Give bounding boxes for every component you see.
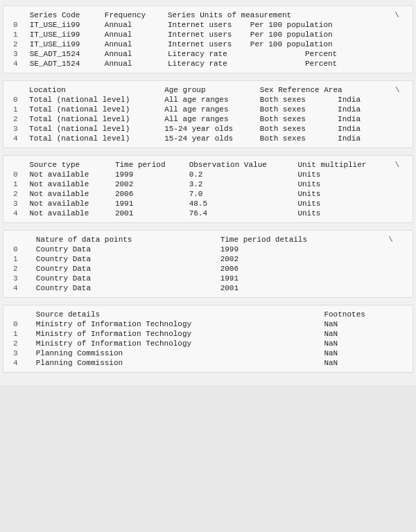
row-index: 1: [9, 30, 26, 39]
table-row: 0 Country Data 1999: [9, 245, 407, 254]
col-backslash-1: \: [390, 10, 407, 20]
backslash: [390, 179, 407, 189]
main-container: Series Code Frequency Series Units of me…: [0, 0, 416, 385]
row-index: 1: [9, 179, 25, 189]
age-group: All age ranges: [160, 105, 256, 114]
frequency: Annual: [101, 39, 164, 49]
backslash: [384, 254, 407, 264]
unit-multiplier: Units: [293, 179, 390, 189]
col-nature: Nature of data points: [32, 235, 216, 245]
obs-value: 0.2: [185, 170, 294, 179]
backslash: [390, 59, 407, 69]
series-units: Literacy rate Percent: [164, 49, 390, 59]
table-row: 1 Not available 2002 3.2 Units: [9, 179, 407, 189]
obs-value: 76.4: [185, 209, 294, 218]
source-details: Ministry of Information Technology: [32, 329, 320, 339]
row-index: 4: [9, 358, 32, 368]
table-row: 2 Ministry of Information Technology NaN: [9, 339, 407, 348]
row-index: 2: [9, 189, 25, 199]
row-index: 0: [9, 20, 26, 30]
source-details: Planning Commission: [32, 358, 320, 368]
age-group: All age ranges: [160, 95, 256, 105]
col-obs-value: Observation Value: [185, 160, 294, 170]
unit-multiplier: Units: [293, 199, 390, 209]
table-row: 3 Country Data 1991: [9, 274, 407, 283]
col-source-details: Source details: [32, 310, 320, 319]
series-code: SE_ADT_1524: [26, 49, 101, 59]
footnotes: NaN: [320, 348, 407, 358]
col-source-type: Source type: [25, 160, 110, 170]
footnotes: NaN: [320, 319, 407, 329]
unit-multiplier: Units: [293, 209, 390, 218]
table-section-5: Source details Footnotes 0 Ministry of I…: [3, 305, 413, 373]
time-period-details: 1999: [216, 245, 385, 254]
row-index: 2: [9, 114, 25, 124]
frequency: Annual: [101, 30, 164, 39]
sex: Both sexes India: [256, 124, 391, 134]
sex: Both sexes India: [256, 134, 391, 143]
table-row: 2 Total (national level) All age ranges …: [9, 114, 407, 124]
backslash: [391, 134, 407, 143]
backslash: [390, 39, 407, 49]
table-row: 3 Planning Commission NaN: [9, 348, 407, 358]
col-frequency: Frequency: [101, 10, 164, 20]
table-4: Nature of data points Time period detail…: [9, 235, 407, 293]
time-period: 2001: [111, 209, 185, 218]
row-index: 0: [9, 95, 25, 105]
nature: Country Data: [32, 274, 216, 283]
source-type: Not available: [25, 170, 110, 179]
col-index-1: [9, 10, 26, 20]
table-5: Source details Footnotes 0 Ministry of I…: [9, 310, 407, 368]
row-index: 4: [9, 209, 25, 218]
time-period-details: 2001: [216, 283, 385, 293]
col-backslash-2: \: [391, 85, 407, 95]
row-index: 3: [9, 124, 25, 134]
table-row: 4 Not available 2001 76.4 Units: [9, 209, 407, 218]
backslash: [384, 245, 407, 254]
source-type: Not available: [25, 189, 110, 199]
sex: Both sexes India: [256, 114, 391, 124]
sex: Both sexes India: [256, 105, 391, 114]
obs-value: 7.0: [185, 189, 294, 199]
table-row: 2 Country Data 2006: [9, 264, 407, 274]
table-row: 3 Total (national level) 15-24 year olds…: [9, 124, 407, 134]
row-index: 3: [9, 274, 32, 283]
table-section-4: Nature of data points Time period detail…: [3, 230, 413, 298]
frequency: Annual: [101, 20, 164, 30]
table-row: 1 Ministry of Information Technology NaN: [9, 329, 407, 339]
backslash: [390, 199, 407, 209]
footnotes: NaN: [320, 329, 407, 339]
series-units: Internet users Per 100 population: [164, 20, 390, 30]
table-1: Series Code Frequency Series Units of me…: [9, 10, 407, 69]
location: Total (national level): [25, 105, 160, 114]
table-2: Location Age group Sex Reference Area \ …: [9, 85, 407, 143]
time-period: 2006: [111, 189, 185, 199]
row-index: 0: [9, 319, 32, 329]
row-index: 4: [9, 283, 32, 293]
row-index: 1: [9, 254, 32, 264]
col-age-group: Age group: [160, 85, 256, 95]
table-row: 1 Country Data 2002: [9, 254, 407, 264]
obs-value: 48.5: [185, 199, 294, 209]
table-row: 3 Not available 1991 48.5 Units: [9, 199, 407, 209]
table-row: 1 IT_USE_ii99 Annual Internet users Per …: [9, 30, 407, 39]
backslash: [390, 30, 407, 39]
col-index-4: [9, 235, 32, 245]
table-3: Source type Time period Observation Valu…: [9, 160, 407, 218]
footnotes: NaN: [320, 358, 407, 368]
col-index-3: [9, 160, 25, 170]
series-code: IT_USE_ii99: [26, 30, 101, 39]
source-details: Ministry of Information Technology: [32, 339, 320, 348]
time-period-details: 2002: [216, 254, 385, 264]
unit-multiplier: Units: [293, 189, 390, 199]
backslash: [384, 283, 407, 293]
location: Total (national level): [25, 124, 160, 134]
row-index: 1: [9, 329, 32, 339]
table-row: 1 Total (national level) All age ranges …: [9, 105, 407, 114]
time-period-details: 1991: [216, 274, 385, 283]
location: Total (national level): [25, 134, 160, 143]
row-index: 2: [9, 39, 26, 49]
frequency: Annual: [101, 49, 164, 59]
row-index: 0: [9, 170, 25, 179]
table-row: 4 Planning Commission NaN: [9, 358, 407, 368]
